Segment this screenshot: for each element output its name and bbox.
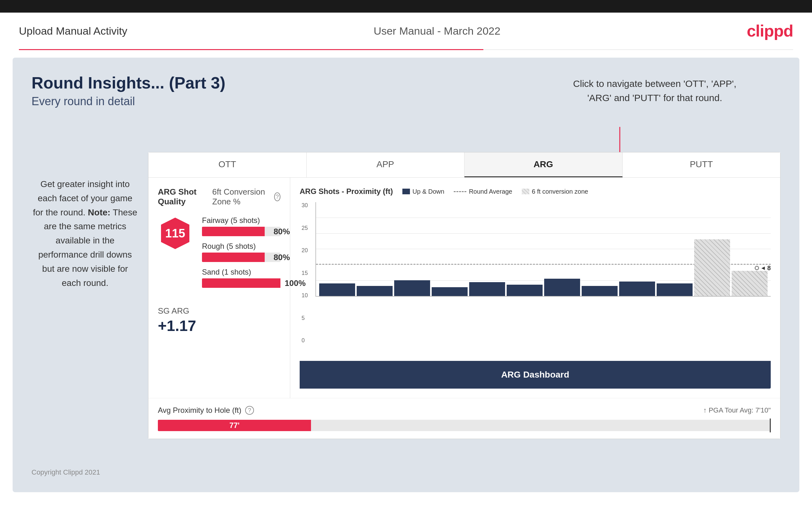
bar-track-sand: 100% bbox=[202, 278, 281, 288]
legend-dashed bbox=[454, 191, 466, 192]
header: Upload Manual Activity User Manual - Mar… bbox=[0, 13, 812, 49]
proximity-cursor bbox=[770, 418, 771, 432]
legend-label-conversion: 6 ft conversion zone bbox=[532, 188, 588, 195]
tab-putt[interactable]: PUTT bbox=[623, 153, 780, 177]
chart-bar-7 bbox=[544, 279, 580, 296]
y-label-5: 5 bbox=[302, 315, 308, 322]
legend-label-up-down: Up & Down bbox=[412, 188, 444, 195]
legend-conversion-zone: 6 ft conversion zone bbox=[522, 188, 588, 195]
proximity-section: Avg Proximity to Hole (ft) ? ↑ PGA Tour … bbox=[148, 398, 780, 439]
proximity-help-icon[interactable]: ? bbox=[245, 406, 254, 415]
top-bar bbox=[0, 0, 812, 13]
chart-bar-5 bbox=[469, 282, 505, 296]
chart-bar-4 bbox=[432, 287, 468, 296]
bar-fill-fairway: 80% bbox=[202, 227, 265, 236]
legend-label-round-avg: Round Average bbox=[469, 188, 512, 195]
tab-ott[interactable]: OTT bbox=[148, 153, 307, 177]
chart-bar-1 bbox=[319, 283, 355, 296]
y-label-25: 25 bbox=[302, 225, 308, 231]
bar-row-sand: Sand (1 shots) 100% bbox=[202, 268, 281, 288]
arg-dashboard-button[interactable]: ARG Dashboard bbox=[300, 361, 771, 389]
upload-link[interactable]: Upload Manual Activity bbox=[19, 25, 127, 37]
proximity-bar-track: 77' bbox=[158, 420, 771, 431]
chart-box: ◄ 8 bbox=[315, 202, 771, 297]
panel-header-row: ARG Shot Quality 6ft Conversion Zone % ? bbox=[158, 187, 281, 207]
tab-row: OTT APP ARG PUTT bbox=[148, 153, 780, 178]
pga-avg-label: ↑ PGA Tour Avg: 7'10" bbox=[703, 406, 771, 414]
clippd-logo: clippd bbox=[747, 21, 793, 40]
chart-bar-6 bbox=[507, 285, 543, 296]
legend-box-hatched bbox=[522, 189, 529, 194]
left-description: Get greater insight into each facet of y… bbox=[32, 177, 139, 290]
chart-bar-2 bbox=[357, 286, 393, 296]
shot-quality-panel: ARG Shot Quality 6ft Conversion Zone % ?… bbox=[148, 178, 290, 398]
dashboard-panel: OTT APP ARG PUTT ARG Shot Quality 6ft Co… bbox=[148, 152, 780, 439]
nav-hint: Click to navigate between 'OTT', 'APP', … bbox=[573, 76, 737, 105]
bar-fill-sand: 100% bbox=[202, 278, 281, 288]
manual-title: User Manual - March 2022 bbox=[374, 25, 501, 37]
bar-label-sand: Sand (1 shots) bbox=[202, 268, 281, 277]
bar-row-rough: Rough (5 shots) 80% bbox=[202, 242, 281, 262]
chart-panel: ARG Shots - Proximity (ft) Up & Down Rou… bbox=[290, 178, 780, 398]
chart-bar-12 bbox=[732, 271, 768, 296]
chart-bar-8 bbox=[582, 286, 618, 296]
proximity-label: Avg Proximity to Hole (ft) bbox=[158, 406, 241, 415]
y-axis: 0 5 10 15 20 25 30 bbox=[302, 202, 308, 344]
chart-bars-container bbox=[316, 202, 771, 296]
proximity-header: Avg Proximity to Hole (ft) ? ↑ PGA Tour … bbox=[158, 406, 771, 415]
bar-track-rough: 80% bbox=[202, 252, 281, 262]
chart-bar-11 bbox=[694, 239, 730, 296]
sg-arg-value: +1.17 bbox=[158, 317, 281, 334]
header-divider bbox=[19, 49, 793, 50]
bar-track-fairway: 80% bbox=[202, 227, 281, 236]
bar-pct-fairway: 80% bbox=[273, 227, 290, 236]
y-label-10: 10 bbox=[302, 292, 308, 299]
bar-fill-rough: 80% bbox=[202, 252, 265, 262]
shot-bars: Fairway (5 shots) 80% Rough (5 shots) bbox=[202, 216, 281, 293]
bar-label-rough: Rough (5 shots) bbox=[202, 242, 281, 251]
hexagon-value: 115 bbox=[165, 227, 185, 240]
footer: Copyright Clippd 2021 bbox=[13, 462, 119, 483]
hexagon-score: 115 bbox=[158, 216, 193, 251]
y-label-15: 15 bbox=[302, 270, 308, 277]
y-label-30: 30 bbox=[302, 202, 308, 209]
sg-arg-label: SG ARG bbox=[158, 306, 281, 316]
legend-up-down: Up & Down bbox=[402, 188, 444, 195]
conversion-zone-label: 6ft Conversion Zone % bbox=[212, 187, 269, 207]
y-label-20: 20 bbox=[302, 247, 308, 254]
chart-header: ARG Shots - Proximity (ft) Up & Down Rou… bbox=[300, 187, 771, 196]
proximity-bar-fill: 77' bbox=[158, 420, 311, 431]
bar-label-fairway: Fairway (5 shots) bbox=[202, 216, 281, 225]
note-label: Note: bbox=[88, 208, 111, 217]
bar-row-fairway: Fairway (5 shots) 80% bbox=[202, 216, 281, 236]
bar-pct-rough: 80% bbox=[273, 252, 290, 262]
chart-bar-10 bbox=[657, 283, 693, 296]
chart-wrapper: 0 5 10 15 20 25 30 bbox=[315, 202, 771, 353]
sg-section: SG ARG +1.17 bbox=[158, 306, 281, 334]
tab-arg[interactable]: ARG bbox=[464, 153, 623, 177]
y-label-0: 0 bbox=[302, 337, 308, 344]
main-content: Round Insights... (Part 3) Every round i… bbox=[13, 58, 799, 492]
hexagon-container: 115 Fairway (5 shots) 80% bbox=[158, 216, 281, 293]
legend-round-avg: Round Average bbox=[454, 188, 512, 195]
chart-title: ARG Shots - Proximity (ft) bbox=[300, 187, 393, 196]
tab-app[interactable]: APP bbox=[307, 153, 465, 177]
shot-quality-label: ARG Shot Quality bbox=[158, 187, 205, 207]
help-icon[interactable]: ? bbox=[274, 192, 281, 201]
chart-bar-3 bbox=[394, 280, 430, 296]
legend-box-dark bbox=[402, 189, 410, 194]
panel-content: ARG Shot Quality 6ft Conversion Zone % ?… bbox=[148, 178, 780, 398]
chart-bar-9 bbox=[619, 282, 655, 296]
